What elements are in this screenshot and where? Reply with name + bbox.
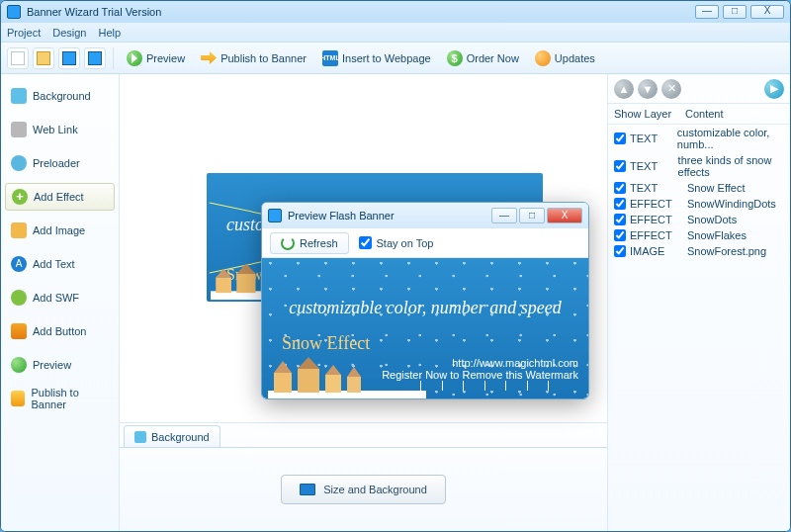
stay-on-top-input[interactable] <box>359 236 372 249</box>
layer-row[interactable]: EFFECTSnowWindingDots <box>608 196 790 212</box>
layer-visibility-checkbox[interactable] <box>614 229 626 241</box>
sidebar-item-background[interactable]: Background <box>5 82 115 110</box>
layer-content: three kinds of snow effects <box>678 154 784 178</box>
sidebar-item-add-image[interactable]: Add Image <box>5 217 115 244</box>
layer-visibility-checkbox[interactable] <box>614 160 626 172</box>
move-up-icon[interactable]: ▲ <box>614 79 634 99</box>
dialog-minimize-button[interactable]: — <box>491 208 517 223</box>
svg-marker-2 <box>216 269 231 278</box>
order-button[interactable]: $Order Now <box>441 46 525 70</box>
preloader-icon <box>11 155 27 171</box>
layer-content: SnowForest.png <box>687 245 766 257</box>
background-icon <box>11 88 27 104</box>
delete-layer-icon[interactable]: ✕ <box>661 79 681 99</box>
sidebar-item-add-effect[interactable]: Add Effect <box>5 183 115 211</box>
layer-visibility-checkbox[interactable] <box>614 245 626 257</box>
bottom-body: Size and Background <box>120 447 607 531</box>
stay-on-top-checkbox[interactable]: Stay on Top <box>359 236 434 249</box>
preview-url: http://www.magichtml.com <box>382 357 578 369</box>
sidebar-item-label: Add Effect <box>34 191 84 203</box>
layer-row[interactable]: TEXTSnow Effect <box>608 180 790 196</box>
layer-content: customizable color, numb... <box>677 127 784 150</box>
dialog-maximize-button[interactable]: □ <box>519 208 545 223</box>
dialog-titlebar[interactable]: Preview Flash Banner — □ X <box>262 203 588 228</box>
sidebar-item-label: Preloader <box>33 157 80 169</box>
updates-label: Updates <box>555 52 595 64</box>
monitor-icon <box>134 431 146 443</box>
minimize-button[interactable]: — <box>695 5 719 19</box>
menu-project[interactable]: Project <box>7 27 41 39</box>
svg-marker-4 <box>236 263 255 274</box>
publish-label: Publish to Banner <box>220 52 307 64</box>
order-label: Order Now <box>467 52 519 64</box>
layer-row[interactable]: TEXTthree kinds of snow effects <box>608 152 790 180</box>
layers-header-show: Show Layer <box>614 108 685 120</box>
bottom-panel: Background Size and Background <box>120 422 607 531</box>
svg-marker-11 <box>298 357 319 369</box>
sidebar: Background Web Link Preloader Add Effect… <box>1 74 120 531</box>
sidebar-item-label: Web Link <box>33 124 78 135</box>
sidebar-item-weblink[interactable]: Web Link <box>5 116 115 143</box>
publish-button[interactable]: Publish to Banner <box>195 46 312 70</box>
maximize-button[interactable]: □ <box>723 5 747 19</box>
updates-button[interactable]: Updates <box>529 46 601 70</box>
sidebar-item-preloader[interactable]: Preloader <box>5 149 115 177</box>
layer-row[interactable]: EFFECTSnowDots <box>608 212 790 227</box>
layer-row[interactable]: IMAGESnowForest.png <box>608 243 790 259</box>
save-as-icon[interactable] <box>84 47 106 69</box>
dialog-toolbar: Refresh Stay on Top <box>262 228 588 258</box>
html-icon: HTML <box>322 50 338 66</box>
button-icon <box>11 323 27 339</box>
layer-type: EFFECT <box>630 198 683 210</box>
save-file-icon[interactable] <box>58 47 80 69</box>
layer-type: EFFECT <box>630 214 683 225</box>
menu-design[interactable]: Design <box>52 27 86 39</box>
refresh-label: Refresh <box>300 237 338 249</box>
refresh-icon <box>281 236 295 250</box>
preview-label: Preview <box>146 52 185 64</box>
sidebar-item-add-button[interactable]: Add Button <box>5 317 115 345</box>
dialog-close-button[interactable]: X <box>547 208 582 223</box>
preview-dialog[interactable]: Preview Flash Banner — □ X Refresh Stay … <box>261 202 589 399</box>
insert-button[interactable]: HTMLInsert to Webpage <box>316 46 437 70</box>
arrow-icon <box>201 50 217 66</box>
svg-rect-10 <box>298 369 319 393</box>
image-icon <box>11 222 27 238</box>
size-background-button[interactable]: Size and Background <box>281 475 446 504</box>
refresh-button[interactable]: Refresh <box>270 232 349 254</box>
preview-button[interactable]: Preview <box>121 46 191 70</box>
preview-subline: Snow Effect <box>282 333 370 354</box>
new-badge-icon <box>535 50 551 66</box>
layer-row[interactable]: EFFECTSnowFlakes <box>608 227 790 243</box>
size-background-label: Size and Background <box>323 484 427 495</box>
titlebar[interactable]: Banner Wizard Trial Version — □ X <box>1 1 790 23</box>
stay-on-top-label: Stay on Top <box>377 237 434 249</box>
layer-visibility-checkbox[interactable] <box>614 133 626 144</box>
close-button[interactable]: X <box>750 5 784 19</box>
sidebar-item-add-swf[interactable]: Add SWF <box>5 284 115 311</box>
sidebar-item-add-text[interactable]: AAdd Text <box>5 250 115 278</box>
play-layer-icon[interactable]: ▶ <box>764 79 784 99</box>
menu-help[interactable]: Help <box>99 27 122 39</box>
layer-content: SnowDots <box>687 214 737 225</box>
dialog-preview-canvas: customizable color, number and speed Sno… <box>262 258 588 399</box>
new-file-icon[interactable] <box>7 47 29 69</box>
tab-background[interactable]: Background <box>124 425 220 447</box>
layers-header-content: Content <box>685 108 724 120</box>
layers-toolbar: ▲ ▼ ✕ ▶ <box>608 74 790 104</box>
layer-visibility-checkbox[interactable] <box>614 182 626 194</box>
sidebar-item-label: Add Image <box>33 224 85 236</box>
dialog-window-controls: — □ X <box>491 208 582 223</box>
sidebar-item-publish[interactable]: Publish to Banner <box>5 385 115 412</box>
svg-rect-12 <box>325 375 341 393</box>
layer-visibility-checkbox[interactable] <box>614 198 626 210</box>
dialog-title: Preview Flash Banner <box>288 210 491 222</box>
open-file-icon[interactable] <box>33 47 54 69</box>
monitor-icon <box>300 484 315 495</box>
sidebar-item-preview[interactable]: Preview <box>5 351 115 379</box>
svg-rect-8 <box>274 373 292 393</box>
layer-visibility-checkbox[interactable] <box>614 214 626 225</box>
move-down-icon[interactable]: ▼ <box>638 79 658 99</box>
preview-watermark-text: Register Now to Remove this Watermark <box>382 369 578 381</box>
layer-row[interactable]: TEXTcustomizable color, numb... <box>608 125 790 152</box>
